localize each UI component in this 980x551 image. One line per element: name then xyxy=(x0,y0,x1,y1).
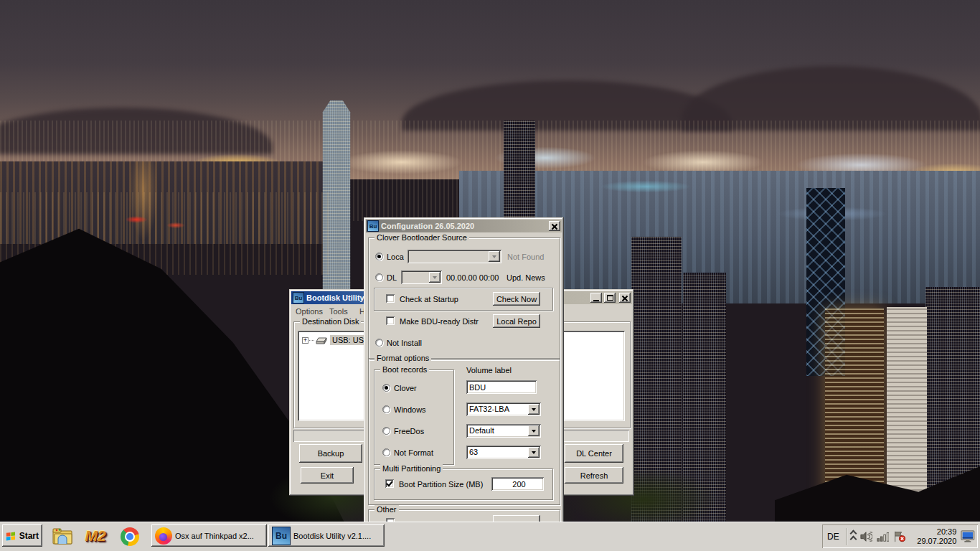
upd-news-label[interactable]: Upd. News xyxy=(507,273,545,282)
clover-source-label: Clover Bootloader Source xyxy=(374,233,469,242)
config-app-icon: Bu xyxy=(367,220,379,232)
chevron-up-icon xyxy=(849,536,857,543)
dropdown-arrow-icon xyxy=(532,451,536,454)
multi-partitioning-label: Multi Partitioning xyxy=(380,464,443,473)
combo-arrow-button[interactable] xyxy=(528,425,540,436)
clock-date: 29.07.2020 xyxy=(912,537,956,546)
dl-center-button[interactable]: DL Center xyxy=(565,444,623,463)
display-monitor-icon[interactable] xyxy=(961,529,975,543)
refresh-button[interactable]: Refresh xyxy=(565,467,623,484)
close-button[interactable] xyxy=(619,293,631,303)
dl-radio[interactable] xyxy=(375,273,383,281)
explorer-folder-icon[interactable] xyxy=(51,525,74,548)
local-radio-label[interactable]: Loca xyxy=(387,253,404,261)
config-dialog-title: Configuration 26.05.2020 xyxy=(381,222,547,230)
alignment-combobox[interactable]: Default xyxy=(466,424,541,438)
not-install-radio[interactable] xyxy=(375,339,383,347)
local-repo-button[interactable]: Local Repo xyxy=(493,314,540,328)
disk-drive-icon xyxy=(315,336,328,345)
dropdown-arrow-icon xyxy=(532,408,536,411)
sectors-value: 63 xyxy=(469,448,478,456)
dl-center-label: DL Center xyxy=(576,449,612,458)
combo-arrow-button[interactable] xyxy=(528,404,540,415)
not-format-radio[interactable] xyxy=(382,448,390,456)
boot-records-label: Boot records xyxy=(380,365,429,374)
bootdisk-app-icon: Bu xyxy=(293,292,304,303)
backup-button[interactable]: Backup xyxy=(299,444,362,463)
dropdown-arrow-icon xyxy=(433,276,437,279)
minimize-button[interactable] xyxy=(590,293,602,303)
maximize-button[interactable] xyxy=(604,293,616,303)
network-signal-icon[interactable] xyxy=(877,530,890,543)
menu-tools[interactable]: Tools xyxy=(326,306,351,317)
tree-row-usb[interactable]: + USB: US xyxy=(302,334,366,346)
task-button-firefox[interactable]: Osx auf Thinkpad x2... xyxy=(151,524,267,547)
flag-error-icon[interactable] xyxy=(893,530,906,543)
volume-label-input[interactable] xyxy=(466,380,537,394)
not-install-label[interactable]: Not Install xyxy=(387,339,422,347)
wallpaper-white-tower xyxy=(887,307,927,517)
firefox-icon xyxy=(155,527,172,545)
check-now-button[interactable]: Check Now xyxy=(493,292,540,306)
clover-radio-label[interactable]: Clover xyxy=(394,384,417,392)
local-status-text: Not Found xyxy=(507,253,544,261)
bootdisk-taskbar-icon: Bu xyxy=(272,527,291,545)
maximize-icon xyxy=(607,295,613,301)
task1-label: Osx auf Thinkpad x2... xyxy=(175,532,254,540)
other-group-label: Other xyxy=(374,505,399,514)
local-repo-label: Local Repo xyxy=(496,317,537,326)
dl-version-text: 00.00.00 00:00 xyxy=(446,273,499,282)
freedos-radio[interactable] xyxy=(382,427,390,435)
tray-clock[interactable]: 20:39 29.07.2020 xyxy=(912,527,956,546)
filesystem-combobox[interactable]: FAT32-LBA xyxy=(466,402,541,416)
sectors-combobox[interactable]: 63 xyxy=(466,446,541,459)
boot-partition-size-label[interactable]: Boot Partition Size (MB) xyxy=(399,480,483,489)
volume-label-input-wrap xyxy=(466,380,537,394)
make-bdu-checkbox[interactable] xyxy=(386,316,395,325)
language-indicator[interactable]: DE xyxy=(825,532,842,542)
configuration-dialog: Bu Configuration 26.05.2020 Clover Bootl… xyxy=(364,217,564,551)
not-format-radio-label[interactable]: Not Format xyxy=(394,448,433,457)
filesystem-value: FAT32-LBA xyxy=(469,405,509,413)
refresh-label: Refresh xyxy=(580,471,608,480)
local-radio[interactable] xyxy=(375,253,383,260)
make-bdu-label[interactable]: Make BDU-ready Distr xyxy=(400,317,479,326)
dropdown-arrow-icon xyxy=(492,255,496,258)
start-button[interactable]: Start xyxy=(2,524,42,547)
config-titlebar[interactable]: Bu Configuration 26.05.2020 xyxy=(366,220,562,232)
m2-app-icon[interactable]: M2 xyxy=(82,524,109,548)
clock-time: 20:39 xyxy=(912,527,956,537)
combo-arrow-button[interactable] xyxy=(528,447,540,458)
windows-radio[interactable] xyxy=(382,405,390,413)
check-at-startup-label[interactable]: Check at Startup xyxy=(400,295,458,303)
check-at-startup-checkbox[interactable] xyxy=(386,294,395,303)
format-options-label: Format options xyxy=(374,354,431,362)
windows-logo-icon xyxy=(6,530,17,542)
windows-radio-label[interactable]: Windows xyxy=(394,405,426,414)
start-label: Start xyxy=(19,531,39,541)
close-icon xyxy=(621,295,628,301)
dl-radio-label[interactable]: DL xyxy=(387,273,397,282)
task2-label: Bootdisk Utility v2.1.... xyxy=(293,532,371,540)
volume-label-caption: Volume label xyxy=(466,366,512,375)
boot-partition-size-checkbox[interactable] xyxy=(385,479,394,488)
destination-disk-label: Destination Disk xyxy=(300,317,361,326)
volume-icon[interactable] xyxy=(860,530,872,543)
menu-options[interactable]: Options xyxy=(293,306,326,317)
config-close-button[interactable] xyxy=(549,221,560,231)
task-button-bootdisk[interactable]: Bu Bootdisk Utility v2.1.... xyxy=(268,524,385,547)
chrome-icon[interactable] xyxy=(119,526,141,547)
clover-radio[interactable] xyxy=(382,384,390,392)
tree-dotline xyxy=(309,339,314,341)
taskbar: Start M2 Osx auf Thinkpad x2... Bu Bootd… xyxy=(0,522,980,551)
check-now-label: Check Now xyxy=(496,295,537,303)
tree-expand-icon[interactable]: + xyxy=(302,337,308,344)
dl-version-combobox xyxy=(401,270,442,284)
hide-icons-chevron[interactable] xyxy=(851,531,856,542)
freedos-radio-label[interactable]: FreeDos xyxy=(394,427,424,435)
desktop: Bu Bootdisk Utility v2.1 Options Tools H… xyxy=(0,0,980,551)
tree-item-usb-label[interactable]: USB: US xyxy=(330,335,366,345)
exit-button[interactable]: Exit xyxy=(301,467,354,484)
boot-partition-size-input[interactable] xyxy=(491,477,544,491)
checkmark-icon xyxy=(386,480,393,487)
